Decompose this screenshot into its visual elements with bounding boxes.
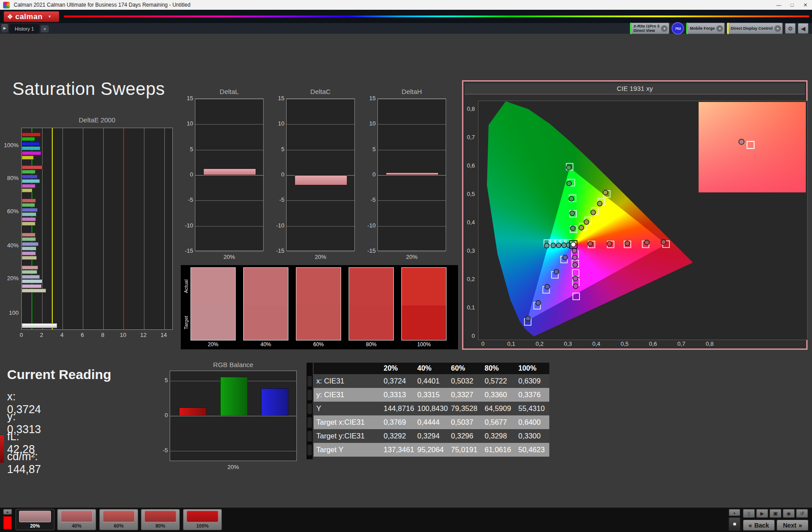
save-icon[interactable]: ▣ <box>769 509 781 518</box>
gridline <box>378 175 446 176</box>
scroll-up-button[interactable]: ▲ <box>3 509 12 515</box>
cie-measured-point <box>563 255 567 260</box>
meter-select-xrite[interactable]: X-Rite i1Pro 3Direct View ▼ <box>630 23 670 34</box>
swatch-percent-label: 100% <box>401 341 447 348</box>
gridline <box>195 251 263 252</box>
table-row-gutter <box>307 363 313 459</box>
swatch-percent-label: 80% <box>349 341 394 348</box>
chevron-down-icon[interactable]: ▼ <box>716 25 723 32</box>
tab-history-1[interactable]: History 1 <box>9 24 39 34</box>
next-button[interactable]: Next» <box>777 520 808 531</box>
cie-inset-preview <box>699 102 806 192</box>
delta-y-tick: -5 <box>362 196 376 203</box>
minimize-button[interactable]: — <box>772 0 785 10</box>
gridline <box>103 128 104 329</box>
cie-y-tick: 0,2 <box>460 276 475 282</box>
table-row-label: y: CIE31 <box>314 388 381 402</box>
close-button[interactable]: ✕ <box>799 0 812 10</box>
cie-y-tick: 0,6 <box>460 162 475 169</box>
delta-y-tick: -15 <box>271 247 284 254</box>
history-expander-button[interactable]: ▶ <box>1 24 8 32</box>
pattern-button-80%[interactable]: 80% <box>141 509 180 530</box>
calman-menu-button[interactable]: ❖ calman ▼ <box>4 11 59 22</box>
swatch-actual <box>402 268 446 305</box>
deltae-bar <box>22 251 36 255</box>
table-col-header: 20% <box>381 363 415 374</box>
delta-y-tick: -15 <box>362 247 376 254</box>
settings-gear-button[interactable]: ⚙ <box>785 23 796 34</box>
swatch-compare-cell <box>349 267 394 340</box>
deltae-bar <box>22 184 35 188</box>
table-row-label: Target x:CIE31 <box>314 415 381 429</box>
chevron-left-icon: « <box>749 522 752 529</box>
gridline <box>164 128 165 329</box>
table-cell: 0,4401 <box>415 374 448 388</box>
eye-icon[interactable]: ◉ <box>783 509 795 518</box>
table-cell: 95,2064 <box>415 443 448 457</box>
target-row-label: Target <box>183 306 189 340</box>
refresh-icon[interactable]: ↺ <box>796 509 808 518</box>
back-button[interactable]: «Back <box>743 520 775 531</box>
deltae-bar <box>22 256 37 260</box>
deltae-bar <box>22 217 36 221</box>
meter-select-display[interactable]: Direct Display Control ▼ <box>727 23 783 34</box>
meter-badge[interactable]: 702 <box>672 22 684 35</box>
cie-measured-point <box>579 225 584 230</box>
pattern-button-40%[interactable]: 40% <box>57 509 96 530</box>
cie-measured-point <box>551 243 556 248</box>
delta-y-tick: -5 <box>180 196 193 203</box>
delta-chart-title: DeltaC <box>286 88 355 95</box>
cie-measured-point <box>567 165 571 170</box>
pattern-button-100%[interactable]: 100% <box>183 509 222 530</box>
swatch-compare-cell <box>243 267 288 340</box>
maximize-button[interactable]: □ <box>785 0 799 10</box>
gutter-segment <box>307 390 312 400</box>
table-cell: 75,0191 <box>448 443 482 457</box>
add-tab-button[interactable]: + <box>41 25 49 32</box>
cie-measured-point <box>567 181 571 186</box>
table-col-header: 60% <box>448 363 482 374</box>
gutter-segment <box>307 403 312 414</box>
gridline <box>195 99 263 99</box>
collapse-panel-button[interactable]: ◀ <box>798 23 808 34</box>
back-label: Back <box>754 522 769 529</box>
table-cell: 0,4444 <box>415 415 448 429</box>
deltae-bar <box>22 151 41 155</box>
deltae-x-tick: 10 <box>118 332 128 338</box>
swatch-actual <box>191 268 235 305</box>
deltae-group-label: 60% <box>0 208 19 215</box>
delta-y-tick: 0 <box>271 171 284 178</box>
layout-up-button[interactable]: ▲ <box>729 509 740 516</box>
table-cell: 50,4623 <box>516 443 549 457</box>
actual-target-swatch-panel: ActualTarget20%40%60%80%100% <box>181 265 458 349</box>
cie-measured-point <box>607 241 612 246</box>
meter-select-source[interactable]: Mobile Forge ▼ <box>686 23 725 34</box>
cie-measured-point <box>597 201 602 206</box>
pattern-label: 20% <box>16 523 54 528</box>
gridline <box>378 124 446 125</box>
rgb-bar-blue <box>261 388 288 416</box>
deltae-bar <box>22 170 35 174</box>
deltae-group-label: 40% <box>0 242 19 249</box>
delta-x-label: 20% <box>377 254 446 260</box>
deltae-bar <box>22 275 40 279</box>
trash-icon[interactable]: ▯ <box>743 509 755 518</box>
gridline <box>170 416 296 416</box>
measurement-table: 20%40%60%80%100%x: CIE310,37240,44010,50… <box>314 363 549 457</box>
hidden-panel-tab[interactable] <box>0 435 4 463</box>
gridline <box>378 251 446 252</box>
window-mode-button[interactable]: ■ <box>729 517 740 531</box>
cie-measured-point <box>661 239 666 244</box>
table-row-label: Target y:CIE31 <box>314 429 381 443</box>
pattern-button-60%[interactable]: 60% <box>99 509 138 530</box>
pattern-button-20%[interactable]: 20% <box>16 509 54 530</box>
chevron-down-icon[interactable]: ▼ <box>774 25 781 32</box>
table-cell: 0,3360 <box>482 388 516 402</box>
calman-logo-icon: ❖ <box>7 13 13 21</box>
chevron-down-icon[interactable]: ▼ <box>661 25 668 32</box>
gridline <box>287 226 354 227</box>
rgb-balance-chart <box>170 371 297 461</box>
window-title: Calman 2021 Calman Ultimate for Business… <box>14 2 190 8</box>
play-icon[interactable]: ▶ <box>756 509 768 518</box>
delta-y-tick: 15 <box>271 95 284 102</box>
